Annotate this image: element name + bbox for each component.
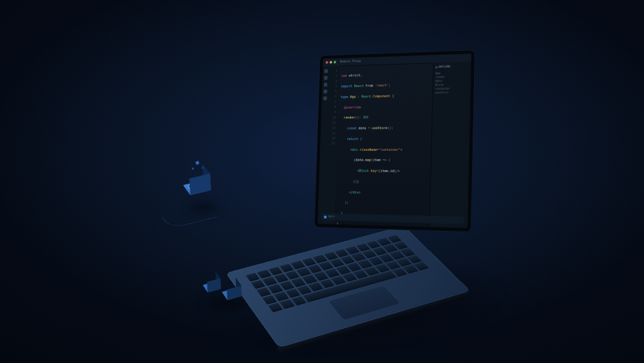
git-icon (324, 83, 327, 86)
laptop-screen: Remote Proxy 123456789101112131415 use s… (314, 50, 475, 232)
ext-icon (323, 97, 327, 101)
close-icon (326, 61, 328, 64)
files-icon (325, 69, 328, 73)
panel-icon (435, 66, 437, 68)
outline-panel: OUTLINE App render data Block container … (429, 61, 471, 228)
editor-title: Remote Proxy (340, 59, 361, 64)
outline-title: OUTLINE (439, 64, 450, 70)
minimize-icon (330, 61, 332, 64)
ground-cube-circle (203, 281, 221, 292)
search-icon (324, 76, 327, 80)
floating-cube (183, 180, 211, 195)
keyboard (246, 235, 429, 312)
scene: Remote Proxy 123456789101112131415 use s… (0, 0, 644, 363)
outline-item: container (435, 86, 469, 91)
status-branch: main (328, 215, 334, 219)
branch-icon (324, 215, 327, 218)
outline-item: Block (435, 83, 469, 87)
outline-item: data (435, 79, 469, 83)
outline-item: render (435, 75, 469, 79)
code-editor: Remote Proxy 123456789101112131415 use s… (317, 54, 471, 228)
code-area: use strict; import React from 'react'; t… (334, 63, 433, 227)
outline-item: useStore (435, 90, 469, 95)
maximize-icon (334, 61, 336, 63)
debug-icon (323, 90, 327, 93)
outline-item: App (435, 71, 469, 76)
